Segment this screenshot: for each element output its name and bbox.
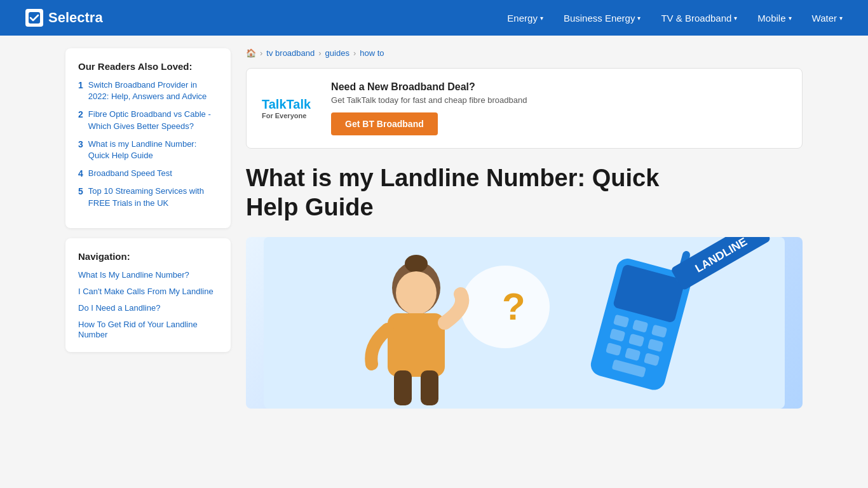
nav-energy[interactable]: Energy ▾	[507, 13, 543, 24]
nav-mobile[interactable]: Mobile ▾	[757, 13, 791, 24]
ad-banner: TalkTalk For Everyone Need a New Broadba…	[246, 68, 803, 149]
list-item: How To Get Rid of Your Landline Number	[78, 319, 218, 339]
breadcrumb-how-to[interactable]: how to	[360, 48, 384, 58]
svg-rect-9	[421, 370, 438, 405]
list-num-3: 3	[78, 139, 83, 149]
list-item: What Is My Landline Number?	[78, 269, 218, 280]
svg-point-5	[405, 255, 428, 273]
logo-checkmark	[25, 9, 43, 27]
nav-water-label: Water	[812, 13, 837, 24]
talktalk-sub: For Everyone	[262, 112, 311, 120]
readers-also-loved-card: Our Readers Also Loved: 1 Switch Broadba…	[65, 48, 231, 228]
readers-link-2[interactable]: Fibre Optic Broadband vs Cable - Which G…	[88, 109, 218, 132]
nav-link-2[interactable]: I Can't Make Calls From My Landline	[78, 287, 214, 296]
nav-link-1[interactable]: What Is My Landline Number?	[78, 270, 189, 280]
nav-heading: Navigation:	[78, 251, 218, 262]
nav-water[interactable]: Water ▾	[812, 13, 843, 24]
readers-list: 1 Switch Broadband Provider in 2022: Hel…	[78, 79, 218, 209]
nav-energy-label: Energy	[507, 13, 538, 24]
main-container: Our Readers Also Loved: 1 Switch Broadba…	[53, 36, 815, 421]
talktalk-logo: TalkTalk For Everyone	[262, 97, 311, 120]
ad-headline: Need a New Broadband Deal?	[331, 81, 527, 93]
list-item: 4 Broadband Speed Test	[78, 168, 218, 179]
site-logo[interactable]: Selectra	[25, 9, 103, 27]
list-num-5: 5	[78, 186, 83, 196]
chevron-down-icon: ▾	[839, 15, 843, 22]
readers-link-1[interactable]: Switch Broadband Provider in 2022: Help,…	[88, 79, 218, 102]
readers-link-3[interactable]: What is my Landline Number: Quick Help G…	[88, 139, 218, 161]
list-num-4: 4	[78, 168, 83, 179]
nav-mobile-label: Mobile	[757, 13, 785, 24]
list-item: 3 What is my Landline Number: Quick Help…	[78, 139, 218, 161]
list-item: 2 Fibre Optic Broadband vs Cable - Which…	[78, 109, 218, 132]
svg-rect-7	[388, 313, 445, 377]
navigation-list: What Is My Landline Number? I Can't Make…	[78, 269, 218, 339]
chevron-down-icon: ▾	[637, 15, 641, 22]
svg-point-6	[396, 271, 437, 315]
hero-image: ?	[246, 237, 803, 409]
readers-link-4[interactable]: Broadband Speed Test	[88, 168, 172, 179]
readers-heading: Our Readers Also Loved:	[78, 61, 218, 72]
breadcrumb-sep: ›	[353, 48, 356, 58]
logo-text: Selectra	[48, 10, 103, 26]
breadcrumb-guides[interactable]: guides	[325, 48, 349, 58]
page-title-line2: Help Guide	[246, 194, 374, 220]
breadcrumb: 🏠 › tv broadband › guides › how to	[246, 48, 803, 58]
nav-tv-broadband[interactable]: TV & Broadband ▾	[661, 13, 737, 24]
breadcrumb-tv-broadband[interactable]: tv broadband	[266, 48, 315, 58]
svg-rect-8	[394, 370, 412, 405]
main-nav: Energy ▾ Business Energy ▾ TV & Broadban…	[507, 13, 843, 24]
cta-button[interactable]: Get BT Broadband	[331, 112, 438, 135]
page-title-line1: What is my Landline Number: Quick	[246, 165, 659, 191]
nav-link-4[interactable]: How To Get Rid of Your Landline Number	[78, 320, 198, 339]
sidebar: Our Readers Also Loved: 1 Switch Broadba…	[65, 48, 231, 409]
main-content: 🏠 › tv broadband › guides › how to TalkT…	[246, 48, 803, 409]
svg-text:?: ?	[502, 285, 526, 328]
list-item: 1 Switch Broadband Provider in 2022: Hel…	[78, 79, 218, 102]
chevron-down-icon: ▾	[734, 15, 737, 22]
home-icon[interactable]: 🏠	[246, 48, 256, 58]
ad-text: Need a New Broadband Deal? Get TalkTalk …	[331, 81, 527, 135]
talktalk-name: TalkTalk	[262, 97, 311, 112]
chevron-down-icon: ▾	[540, 15, 543, 22]
list-item: 5 Top 10 Streaming Services with FREE Tr…	[78, 186, 218, 208]
navigation-card: Navigation: What Is My Landline Number? …	[65, 238, 231, 352]
site-header: Selectra Energy ▾ Business Energy ▾ TV &…	[0, 0, 868, 36]
breadcrumb-sep: ›	[318, 48, 321, 58]
list-num-1: 1	[78, 80, 83, 90]
ad-description: Get TalkTalk today for fast and cheap fi…	[331, 95, 527, 105]
breadcrumb-sep: ›	[260, 48, 262, 58]
page-title: What is my Landline Number: Quick Help G…	[246, 164, 803, 222]
nav-link-3[interactable]: Do I Need a Landline?	[78, 303, 160, 313]
list-item: I Can't Make Calls From My Landline	[78, 286, 218, 296]
chevron-down-icon: ▾	[789, 15, 792, 22]
list-item: Do I Need a Landline?	[78, 302, 218, 313]
nav-tv-broadband-label: TV & Broadband	[661, 13, 731, 24]
list-num-2: 2	[78, 109, 83, 119]
nav-business-energy[interactable]: Business Energy ▾	[564, 13, 641, 24]
nav-business-energy-label: Business Energy	[564, 13, 635, 24]
readers-link-5[interactable]: Top 10 Streaming Services with FREE Tria…	[88, 186, 218, 208]
